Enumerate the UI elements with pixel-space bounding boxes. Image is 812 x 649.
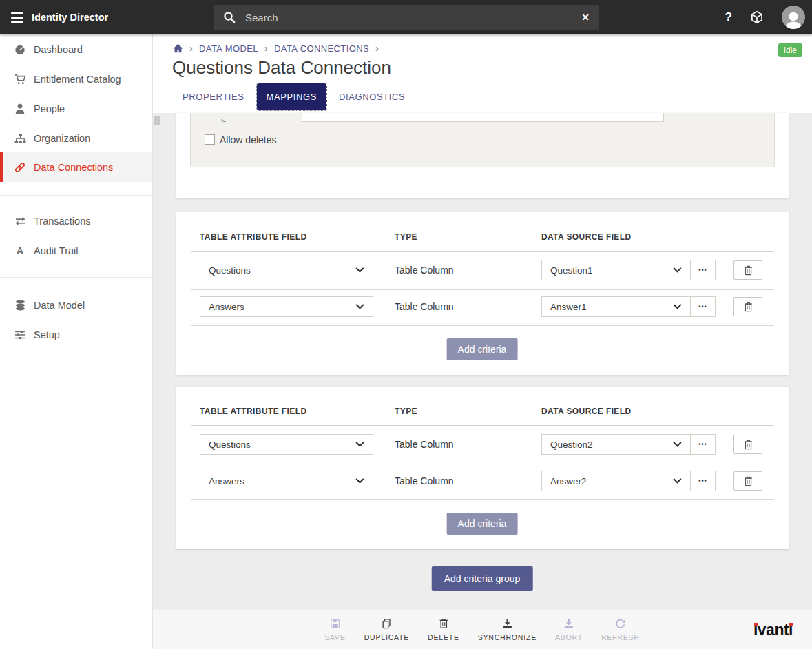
sidebar-item-label: Entitlement Catalog [34,74,121,85]
add-criteria-group-button[interactable]: Add criteria group [432,566,533,591]
column-header-data-source-field: DATA SOURCE FIELD [541,232,632,242]
logo-red-dot [754,623,758,626]
chevron-down-icon [673,478,682,484]
footer-actions: SAVE DUPLICATE DELETE SYNCHRONIZE ABORT [324,619,639,641]
duplicate-icon [382,619,392,630]
breadcrumb-link-data-model[interactable]: DATA MODEL [199,43,258,54]
synchronize-button[interactable]: SYNCHRONIZE [478,619,537,641]
clipped-label-fragment [221,113,228,125]
dropdown-value: Answers [209,302,244,312]
sidebar-item-organization[interactable]: Organization [0,123,152,153]
user-avatar[interactable] [782,6,805,29]
footer-action-bar: SAVE DUPLICATE DELETE SYNCHRONIZE ABORT [153,610,812,649]
more-options-button[interactable]: ••• [690,296,716,317]
trash-icon [744,476,753,486]
sidebar-item-data-model[interactable]: Data Model [0,290,152,320]
tab-diagnostics[interactable]: DIAGNOSTICS [329,83,415,110]
global-search[interactable]: ✕ [214,5,599,30]
sidebar-item-label: Transactions [34,216,90,227]
data-source-dropdown[interactable]: Answer1 [541,296,691,317]
search-input[interactable] [244,11,573,24]
action-label: DELETE [428,633,459,641]
allow-deletes-checkbox[interactable] [205,134,215,145]
help-icon[interactable]: ? [725,10,732,24]
delete-row-button[interactable] [733,260,762,280]
column-header-type: TYPE [395,232,417,242]
column-header-table-attribute-field: TABLE ATTRIBUTE FIELD [200,406,307,416]
header-rule [191,251,774,252]
cart-icon [14,74,26,85]
delete-row-button[interactable] [733,297,762,316]
scrollbar-thumb[interactable] [154,116,160,125]
table-attribute-dropdown[interactable]: Questions [200,260,373,280]
brand-text: ivanti [753,621,793,639]
settings-card: Allow deletes [176,113,789,198]
sidebar-item-entitlement-catalog[interactable]: Entitlement Catalog [0,64,152,94]
column-header-table-attribute-field: TABLE ATTRIBUTE FIELD [200,232,307,242]
tab-properties[interactable]: PROPERTIES [173,83,254,110]
chevron-down-icon [673,304,682,309]
row-divider [191,289,774,290]
audit-icon: A [14,246,26,256]
table-attribute-dropdown[interactable]: Answers [200,471,373,491]
ivanti-logo: ivanti [753,621,793,639]
column-header-type: TYPE [395,406,417,416]
sidebar-item-label: Data Connections [34,162,113,173]
sidebar-item-label: Organization [34,133,90,144]
chevron-right-icon: › [189,43,193,54]
sidebar-item-label: Audit Trail [34,245,78,256]
more-options-button[interactable]: ••• [690,471,716,491]
sidebar-item-label: People [34,103,65,114]
apps-cube-icon[interactable] [750,10,764,24]
app-title: Identity Director [32,12,108,23]
breadcrumb: › DATA MODEL › DATA CONNECTIONS › [173,43,379,54]
dropdown-value: Answer2 [550,476,587,486]
page-title: Questions Data Connection [172,57,391,79]
hamburger-menu-icon[interactable] [11,12,23,23]
add-criteria-button[interactable]: Add criteria [447,513,518,535]
table-attribute-dropdown[interactable]: Questions [200,434,373,455]
delete-row-button[interactable] [733,471,762,491]
more-options-button[interactable]: ••• [690,434,716,455]
add-criteria-button[interactable]: Add criteria [447,338,518,360]
sidebar-item-data-connections[interactable]: Data Connections [0,152,152,182]
sidebar-item-people[interactable]: People [0,94,152,123]
dropdown-value: Questions [209,440,251,450]
duplicate-button[interactable]: DUPLICATE [364,619,409,641]
sidebar-nav: Dashboard Entitlement Catalog People Org… [0,34,153,649]
text-input-partial[interactable] [302,113,664,122]
home-icon[interactable] [173,43,183,53]
type-value: Table Column [395,439,454,450]
action-label: DUPLICATE [364,633,409,641]
search-icon [223,11,236,23]
dropdown-value: Question2 [550,440,593,450]
main-content: › DATA MODEL › DATA CONNECTIONS › Idle Q… [153,34,812,649]
chevron-down-icon [355,267,364,273]
dropdown-value: Answers [209,476,244,486]
data-source-dropdown[interactable]: Question2 [541,434,691,455]
data-source-dropdown[interactable]: Answer2 [541,471,691,491]
sidebar-item-transactions[interactable]: Transactions [0,206,152,236]
save-button: SAVE [324,619,345,641]
exchange-icon [14,216,26,226]
sidebar-item-label: Data Model [34,300,85,311]
clear-search-icon[interactable]: ✕ [581,12,590,22]
table-attribute-dropdown[interactable]: Answers [200,296,373,317]
chevron-down-icon [673,267,682,273]
breadcrumb-link-data-connections[interactable]: DATA CONNECTIONS [274,43,369,54]
action-label: ABORT [555,633,583,641]
delete-row-button[interactable] [733,435,762,454]
sidebar-item-setup[interactable]: Setup [0,320,152,349]
sidebar-divider [0,277,152,278]
tab-mappings[interactable]: MAPPINGS [257,83,326,110]
data-source-dropdown[interactable]: Question1 [541,260,691,280]
type-value: Table Column [395,301,454,312]
delete-button[interactable]: DELETE [428,619,459,641]
sidebar-item-audit-trail[interactable]: A Audit Trail [0,236,152,265]
sidebar-item-dashboard[interactable]: Dashboard [0,34,152,64]
more-options-button[interactable]: ••• [690,260,716,280]
trash-icon [744,265,753,276]
dropdown-value: Question1 [550,265,593,276]
dropdown-value: Questions [209,265,251,276]
settings-panel: Allow deletes [190,113,775,167]
